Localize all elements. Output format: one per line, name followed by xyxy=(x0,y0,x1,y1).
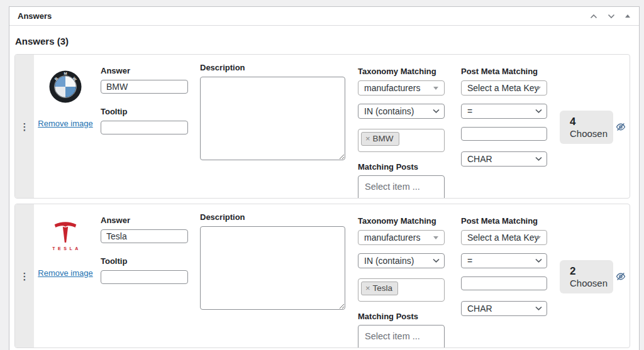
matching-posts-select[interactable]: Select item ... xyxy=(358,175,445,199)
move-up-icon[interactable] xyxy=(589,13,599,20)
matching-posts-select[interactable]: Select item ... xyxy=(358,325,445,348)
answers-metabox: Answers Answers (3) ⋮ xyxy=(9,6,640,350)
term-chip: × BMW xyxy=(361,132,399,146)
dropdown-arrow-icon xyxy=(433,87,438,90)
chevron-down-icon xyxy=(535,259,542,263)
taxonomy-matching-label: Taxonomy Matching xyxy=(358,67,445,75)
chosen-label: Choosen xyxy=(570,278,613,290)
meta-type-select[interactable]: CHAR xyxy=(461,301,547,316)
description-textarea[interactable] xyxy=(200,226,345,310)
bmw-logo: M B W xyxy=(49,70,82,103)
taxonomy-terms-box[interactable]: × Tesla xyxy=(358,278,445,302)
remove-term-icon[interactable]: × xyxy=(365,134,370,143)
term-chip-label: Tesla xyxy=(373,283,393,293)
answer-input[interactable] xyxy=(101,80,188,94)
taxonomy-terms-box[interactable]: × BMW xyxy=(358,129,445,152)
meta-compare-select[interactable]: = xyxy=(461,104,547,119)
dropdown-arrow-icon xyxy=(536,87,541,90)
answer-label: Answer xyxy=(101,67,188,75)
answer-row: ⋮ M B W xyxy=(14,54,630,199)
answer-row: ⋮ TESLA R xyxy=(14,204,630,348)
tooltip-input[interactable] xyxy=(101,270,188,284)
metabox-title: Answers xyxy=(18,11,52,21)
drag-handle-icon[interactable]: ⋮ xyxy=(20,122,30,131)
chosen-count: 4 xyxy=(570,115,613,128)
tesla-logo: TESLA xyxy=(46,221,85,251)
meta-compare-select[interactable]: = xyxy=(461,253,547,268)
chevron-down-icon xyxy=(433,109,440,114)
meta-type-select[interactable]: CHAR xyxy=(461,151,547,167)
chevron-down-icon xyxy=(433,259,440,263)
answer-input[interactable] xyxy=(101,229,188,243)
taxonomy-operator-select[interactable]: IN (contains) xyxy=(358,253,445,268)
tooltip-input[interactable] xyxy=(101,121,188,134)
chosen-count: 2 xyxy=(570,265,613,278)
post-meta-matching-label: Post Meta Matching xyxy=(461,67,547,75)
term-chip: × Tesla xyxy=(361,282,398,295)
metabox-body: Answers (3) ⋮ M xyxy=(9,36,639,348)
taxonomy-select[interactable]: manufacturers xyxy=(358,230,445,245)
eye-slash-icon[interactable] xyxy=(616,122,626,132)
dropdown-arrow-icon xyxy=(433,236,438,239)
chosen-count-box: 2 Choosen xyxy=(560,260,613,293)
description-label: Description xyxy=(200,63,345,72)
taxonomy-select[interactable]: manufacturers xyxy=(358,80,445,96)
drag-strip: ⋮ xyxy=(15,55,34,198)
move-down-icon[interactable] xyxy=(606,13,616,20)
tooltip-label: Tooltip xyxy=(101,257,188,265)
tesla-wordmark: TESLA xyxy=(52,246,80,251)
meta-key-select[interactable]: Select a Meta Key xyxy=(461,80,547,96)
matching-posts-label: Matching Posts xyxy=(358,163,445,171)
chevron-down-icon xyxy=(535,307,542,311)
answer-image: TESLA xyxy=(46,213,85,260)
toggle-panel-icon[interactable] xyxy=(624,13,631,19)
eye-slash-icon[interactable] xyxy=(616,271,626,282)
answers-count-heading: Answers (3) xyxy=(15,36,639,46)
answer-label: Answer xyxy=(101,216,188,224)
matching-posts-label: Matching Posts xyxy=(358,312,445,320)
metabox-header: Answers xyxy=(9,7,639,26)
answer-image: M B W xyxy=(49,63,82,110)
post-meta-matching-label: Post Meta Matching xyxy=(461,217,547,225)
dropdown-arrow-icon xyxy=(536,236,541,239)
chevron-down-icon xyxy=(535,109,542,114)
tooltip-label: Tooltip xyxy=(101,107,188,116)
remove-term-icon[interactable]: × xyxy=(365,284,370,292)
drag-strip: ⋮ xyxy=(15,204,34,347)
meta-key-select[interactable]: Select a Meta Key xyxy=(461,230,547,245)
term-chip-label: BMW xyxy=(373,134,394,143)
taxonomy-operator-select[interactable]: IN (contains) xyxy=(358,104,445,119)
svg-text:M: M xyxy=(64,71,67,75)
remove-image-link[interactable]: Remove image xyxy=(38,268,92,278)
metabox-controls xyxy=(589,13,631,20)
description-textarea[interactable] xyxy=(200,77,345,160)
drag-handle-icon[interactable]: ⋮ xyxy=(20,271,30,281)
remove-image-link[interactable]: Remove image xyxy=(38,119,92,128)
chosen-label: Choosen xyxy=(570,128,613,140)
description-label: Description xyxy=(200,213,345,221)
meta-value-input[interactable] xyxy=(461,127,547,141)
chevron-down-icon xyxy=(535,157,542,161)
taxonomy-matching-label: Taxonomy Matching xyxy=(358,217,445,225)
meta-value-input[interactable] xyxy=(461,276,547,290)
chosen-count-box: 4 Choosen xyxy=(560,111,613,144)
